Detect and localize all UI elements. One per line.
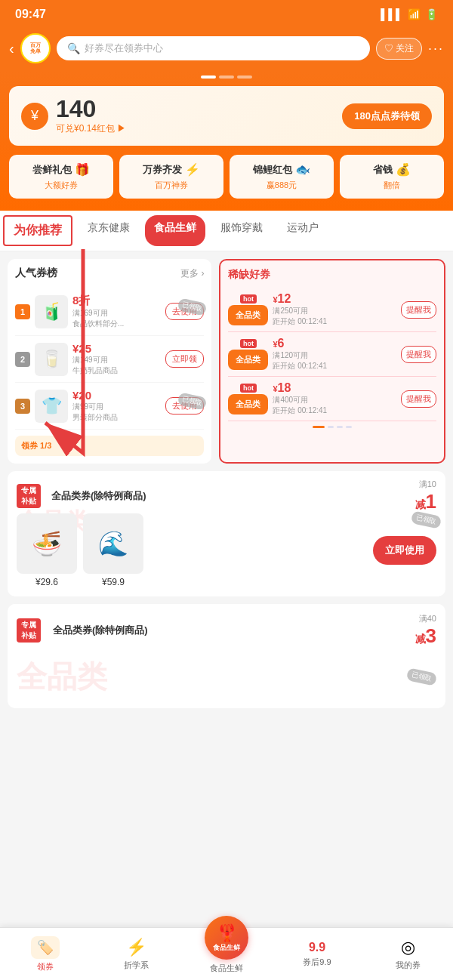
signal-icon: ▌▌▌ — [381, 8, 403, 20]
coupon-row-0: 1 🧃 8折 满169可用 食品饮料部分... 去使用 已领取 — [15, 288, 204, 336]
rare-info-1: ¥6 满120可用 距开始 00:12:41 — [273, 337, 396, 371]
nav-my-label: 我的券 — [396, 960, 421, 971]
received-stamp-0: 已领取 — [177, 297, 208, 316]
status-icons: ▌▌▌ 📶 🔋 — [381, 8, 438, 20]
coupon-category-0: 食品饮料部分... — [72, 319, 161, 329]
rare-info-0: ¥12 满250可用 距开始 00:12:41 — [273, 292, 396, 327]
banner-section: ¥ 140 可兑¥0.14红包 ▶ 180点点券待领 尝鲜礼包 🎁 大额好券 万… — [0, 72, 453, 211]
coupon-category-1: 牛奶乳品商品 — [72, 365, 161, 376]
nav-discount-icon: ⚡ — [126, 938, 146, 957]
rare-remind-1[interactable]: 提醒我 — [401, 346, 436, 363]
points-number: 140 — [56, 97, 126, 121]
nav-coupon-label: 领券 — [37, 961, 54, 972]
follow-button[interactable]: ♡ 关注 — [376, 38, 422, 60]
points-desc[interactable]: 可兑¥0.14红包 ▶ — [56, 122, 126, 135]
back-button[interactable]: ‹ — [9, 40, 14, 57]
tab-recommend[interactable]: 为你推荐 — [3, 215, 72, 246]
coupon-info-1: ¥25 满149可用 牛奶乳品商品 — [72, 342, 161, 376]
tab-sports[interactable]: 运动户 — [275, 211, 331, 251]
received-stamp-2: 已领取 — [177, 392, 208, 410]
nav-my-icon: ◎ — [401, 938, 415, 957]
points-left: ¥ 140 可兑¥0.14红包 ▶ — [21, 97, 126, 135]
rare-info-2: ¥18 满400可用 距开始 00:12:41 — [273, 381, 396, 416]
coupon-action-0[interactable]: 去使用 已领取 — [165, 303, 204, 320]
rare-amount-0: ¥12 — [273, 292, 396, 306]
subsidy-badge-wrap-1: 专属 补贴 全品类券(除特例商品) — [17, 484, 146, 508]
nav-discount-label: 折学系 — [124, 960, 149, 971]
tab-food[interactable]: 食品生鲜 — [145, 215, 205, 246]
rank-badge-0: 1 — [15, 304, 30, 319]
promo-emoji-1: ⚡ — [185, 162, 200, 177]
nav-my-coupons[interactable]: ◎ 我的券 — [362, 928, 453, 980]
popular-header: 人气券榜 更多 › — [15, 267, 204, 280]
rare-distance-1: 距开始 00:12:41 — [273, 361, 396, 371]
received-label-2: 已领取 — [406, 667, 438, 686]
subsidy-big-text-2: 全品类 — [17, 656, 107, 698]
nav-99-label: 券后9.9 — [303, 957, 331, 968]
rare-remind-0[interactable]: 提醒我 — [401, 301, 436, 319]
subsidy-section-2: 专属 补贴 全品类券(除特例商品) 满40 减3 全品类 已领取 — [8, 604, 445, 708]
subsidy-products-1: 全品类 🍜 ¥29.6 🌊 ¥59.9 立即使用 已领取 — [8, 513, 445, 596]
rare-coupon-1: hot 全品类 ¥6 满120可用 距开始 00:12:41 提醒我 — [228, 332, 436, 377]
product-img-0: 🍜 — [17, 513, 77, 574]
rare-distance-0: 距开始 00:12:41 — [273, 316, 396, 327]
tab-health[interactable]: 京东健康 — [76, 211, 142, 251]
nav-food-label: 食品生鲜 — [210, 963, 243, 974]
points-btn[interactable]: 180点点券待领 — [342, 103, 432, 129]
promo-item-1[interactable]: 万券齐发 ⚡ 百万神券 — [119, 155, 223, 199]
promo-title-0: 尝鲜礼包 — [32, 163, 72, 177]
store-logo[interactable]: 百万 免单 — [20, 33, 51, 63]
rare-amount-1: ¥6 — [273, 337, 396, 350]
subsidy-badge-1: 专属 补贴 — [17, 484, 41, 508]
bottom-spacer — [0, 716, 453, 776]
nav-food[interactable]: 🦞 食品生鲜 食品生鲜 — [181, 916, 272, 980]
dot-1 — [201, 76, 216, 79]
status-time: 09:47 — [15, 8, 46, 21]
bottom-nav: 🏷️ 领券 ⚡ 折学系 🦞 食品生鲜 食品生鲜 9.9 券后9.9 ◎ 我的券 — [0, 927, 453, 980]
nav-coupon-icon: 🏷️ — [37, 939, 54, 956]
main-content: 人气券榜 更多 › 1 🧃 8折 满169可用 食品饮料部分... 去使用 已领… — [0, 251, 453, 837]
tab-fashion[interactable]: 服饰穿戴 — [208, 211, 275, 251]
nav-discount[interactable]: ⚡ 折学系 — [91, 928, 181, 980]
rank-badge-1: 2 — [15, 352, 30, 367]
promo-item-0[interactable]: 尝鲜礼包 🎁 大额好券 — [9, 155, 113, 199]
battery-icon: 🔋 — [425, 8, 438, 20]
coupon-action-1[interactable]: 立即领 — [165, 350, 204, 368]
received-label-1: 已领取 — [411, 510, 442, 529]
popular-more[interactable]: 更多 › — [180, 267, 204, 280]
popular-title: 人气券榜 — [15, 267, 57, 280]
use-now-btn-1[interactable]: 立即使用 — [373, 536, 436, 565]
rare-header: 稀缺好券 — [228, 268, 436, 282]
rare-coupon-2: hot 全品类 ¥18 满400可用 距开始 00:12:41 提醒我 — [228, 377, 436, 421]
subsidy-big-wrap-2: 全品类 已领取 — [17, 654, 436, 699]
dot-2 — [219, 76, 234, 79]
product-1[interactable]: 🌊 ¥59.9 — [83, 513, 143, 587]
promo-title-3: 省钱 — [373, 163, 393, 177]
subsidy-amount-1: 减1 — [415, 490, 436, 513]
rare-dot-0 — [313, 426, 325, 428]
category-tabs: 为你推荐 京东健康 食品生鲜 服饰穿戴 运动户 — [0, 211, 453, 251]
more-button[interactable]: ··· — [428, 41, 444, 57]
coupon-discount-0: 8折 — [72, 294, 161, 308]
wifi-icon: 📶 — [408, 8, 421, 20]
coupon-discount-1: ¥25 — [72, 342, 161, 355]
search-bar[interactable]: 🔍 好券尽在领券中心 — [57, 36, 370, 60]
promo-emoji-3: 💰 — [396, 162, 411, 177]
rare-distance-2: 距开始 00:12:41 — [273, 405, 396, 416]
products-row-1: 🍜 ¥29.6 🌊 ¥59.9 — [17, 513, 143, 587]
promo-title-1: 万券齐发 — [143, 163, 182, 177]
banner-dots — [9, 72, 444, 79]
nav-coupons[interactable]: 🏷️ 领券 — [0, 928, 91, 980]
coupon-action-2[interactable]: 去使用 已领取 — [165, 397, 204, 414]
subsidy-title-2: 全品类券(除特例商品) — [53, 624, 148, 637]
product-price-1: ¥59.9 — [102, 577, 125, 587]
promo-item-3[interactable]: 省钱 💰 翻倍 — [340, 155, 444, 199]
hot-badge-1: hot — [240, 339, 257, 348]
coupon-row-2: 3 👕 ¥20 满99可用 男装部分商品 去使用 已领取 — [15, 383, 204, 430]
nav-99[interactable]: 9.9 券后9.9 — [272, 928, 362, 980]
promo-item-2[interactable]: 锦鲤红包 🐟 赢888元 — [230, 155, 334, 199]
claim-counter: 领券 1/3 — [15, 436, 204, 456]
product-0[interactable]: 🍜 ¥29.6 — [17, 513, 77, 587]
points-card: ¥ 140 可兑¥0.14红包 ▶ 180点点券待领 — [9, 86, 444, 146]
rare-remind-2[interactable]: 提醒我 — [401, 390, 436, 408]
